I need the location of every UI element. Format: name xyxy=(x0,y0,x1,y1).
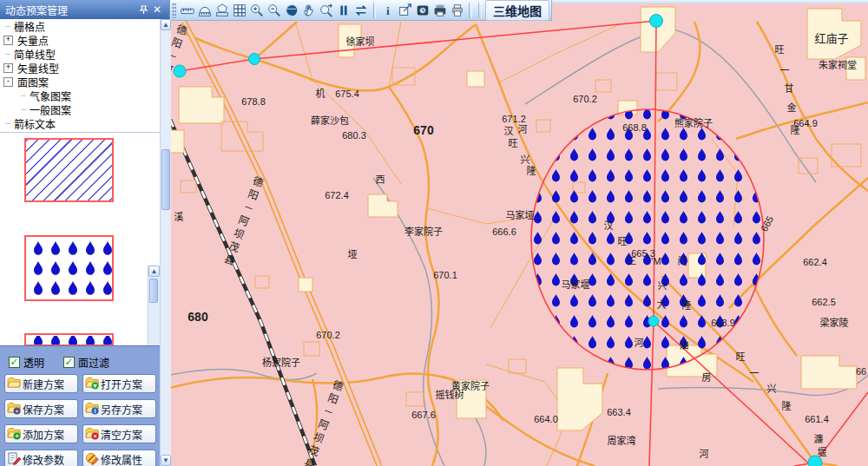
zoom-out-icon[interactable] xyxy=(266,2,282,19)
pan-hand-icon[interactable] xyxy=(300,2,317,19)
close-icon[interactable]: ✕ xyxy=(150,3,164,16)
measure-distance-icon[interactable] xyxy=(179,2,195,19)
plan-controls: ✓透明✓面过滤 新建方案▼打开方案▪保存方案i另存方案+添加方案×清空方案修改参… xyxy=(0,345,160,466)
plan-manager-panel: 动态预案管理 ✕ ┄栅格点+矢量点┄简单线型+矢量线型-面图案┄气象图案┄一般图… xyxy=(0,0,170,466)
button-label: 保存方案 xyxy=(23,402,64,417)
button-修改属性[interactable]: 修改属性 xyxy=(82,450,156,466)
sidebar-tree-item-气象图案[interactable]: ┄气象图案 xyxy=(0,89,160,102)
measure-dome-icon[interactable] xyxy=(196,2,213,19)
vertex-handle[interactable] xyxy=(650,15,663,28)
pin-icon[interactable] xyxy=(136,3,150,16)
checkbox-label: 面过滤 xyxy=(78,355,109,370)
checkbox-row: ✓透明✓面过滤 xyxy=(9,355,109,370)
print-icon[interactable] xyxy=(449,2,465,19)
button-label: 清空方案 xyxy=(101,427,142,442)
folder-clear-icon: × xyxy=(85,426,99,443)
button-label: 修改参数 xyxy=(23,452,64,466)
tree-item-label[interactable]: 面图案 xyxy=(16,75,50,89)
sidebar-tree-item-矢量线型[interactable]: +矢量线型 xyxy=(0,61,160,75)
sidebar-tree-item-简单线型[interactable]: ┄简单线型 xyxy=(0,47,160,61)
folder-save-icon: ▪ xyxy=(7,401,21,417)
button-新建方案[interactable]: 新建方案 xyxy=(4,374,78,393)
zoom-in-icon[interactable] xyxy=(248,2,265,19)
tree-guide: ┄ xyxy=(3,49,12,59)
scroll-up-button[interactable]: ▲ xyxy=(161,19,171,30)
tree-item-label[interactable]: 箭标文本 xyxy=(12,116,57,131)
plan-button-grid: 新建方案▼打开方案▪保存方案i另存方案+添加方案×清空方案修改参数修改属性 xyxy=(4,374,156,466)
scroll-up-button[interactable]: ▲ xyxy=(148,266,160,277)
sidebar-tree-item-矢量点[interactable]: +矢量点 xyxy=(0,33,160,47)
application-window: 徐家坝678.8机675.4薛家沙包680.3670671.2汉河旺兴隆670.… xyxy=(0,0,868,466)
button-添加方案[interactable]: +添加方案 xyxy=(4,424,78,443)
toolbar-separator xyxy=(478,3,482,18)
flood-zone-ellipse[interactable] xyxy=(531,109,764,370)
edit-props-icon xyxy=(85,451,99,466)
folder-new-icon xyxy=(7,376,21,392)
folder-open-icon: ▼ xyxy=(85,376,99,392)
vertex-handle[interactable] xyxy=(174,65,186,77)
checkbox-透明[interactable]: ✓透明 xyxy=(9,355,44,370)
toolbar-grip[interactable] xyxy=(172,3,176,18)
vertex-handle[interactable] xyxy=(808,456,822,466)
tree-guide: ┄ xyxy=(19,105,28,115)
button-label: 新建方案 xyxy=(23,377,64,391)
tree-toggle-icon[interactable]: - xyxy=(3,77,13,87)
button-打开方案[interactable]: ▼打开方案 xyxy=(82,374,156,393)
button-label: 修改属性 xyxy=(101,452,142,466)
button-清空方案[interactable]: ×清空方案 xyxy=(82,424,156,443)
swap-icon[interactable] xyxy=(353,2,370,19)
checkbox-icon[interactable]: ✓ xyxy=(63,357,75,368)
button-修改参数[interactable]: 修改参数 xyxy=(4,450,78,466)
drops-swatch-partial[interactable] xyxy=(24,333,114,346)
tree-toggle-icon[interactable]: + xyxy=(3,63,13,73)
tree-item-label[interactable]: 一般图案 xyxy=(28,102,73,117)
tree-item-label[interactable]: 矢量点 xyxy=(16,33,50,48)
export-icon[interactable] xyxy=(397,2,413,19)
globe-icon[interactable] xyxy=(283,2,299,19)
tree-item-label[interactable]: 气象图案 xyxy=(28,89,73,103)
tree-toggle-icon[interactable]: + xyxy=(3,36,13,45)
plot-icon[interactable] xyxy=(431,2,448,19)
snapshot-icon[interactable] xyxy=(414,2,431,19)
checkbox-label: 透明 xyxy=(23,355,44,370)
pause-icon[interactable] xyxy=(335,2,352,19)
measure-polygon-icon[interactable] xyxy=(214,2,230,19)
scroll-thumb[interactable] xyxy=(149,279,158,303)
button-label: 添加方案 xyxy=(23,427,64,442)
vertex-handle[interactable] xyxy=(249,54,260,65)
map-3d-button[interactable]: 三维地图 xyxy=(485,0,549,21)
grid-icon[interactable] xyxy=(231,2,247,19)
tree-item-label[interactable]: 栅格点 xyxy=(12,19,47,34)
panel-title-bar: 动态预案管理 ✕ xyxy=(0,0,169,19)
sidebar-tree-item-箭标文本[interactable]: ┄箭标文本 xyxy=(0,116,160,130)
button-label: 打开方案 xyxy=(101,377,142,391)
map-toolbar: i三维地图 xyxy=(170,0,552,21)
panel-scrollbar[interactable]: ▲ ▼ xyxy=(160,19,171,466)
zoom-prev-icon[interactable] xyxy=(318,2,334,19)
tree-item-label[interactable]: 简单线型 xyxy=(12,47,57,62)
button-label: 另存方案 xyxy=(101,402,142,417)
vertex-handle[interactable] xyxy=(648,316,659,326)
button-保存方案[interactable]: ▪保存方案 xyxy=(4,399,78,418)
drops-swatch[interactable] xyxy=(24,235,114,301)
svg-text:+: + xyxy=(15,433,18,439)
hatch-swatch[interactable] xyxy=(24,138,114,202)
panel-title: 动态预案管理 xyxy=(5,3,136,17)
checkbox-面过滤[interactable]: ✓面过滤 xyxy=(63,355,109,370)
tree-guide: ┄ xyxy=(19,91,28,101)
scroll-down-button[interactable]: ▼ xyxy=(161,455,171,466)
svg-text:i: i xyxy=(95,408,96,414)
scroll-thumb[interactable] xyxy=(161,149,170,210)
button-另存方案[interactable]: i另存方案 xyxy=(82,399,156,418)
tree-guide: ┄ xyxy=(3,22,12,31)
sidebar-tree-item-栅格点[interactable]: ┄栅格点 xyxy=(0,19,160,33)
sidebar-tree-item-一般图案[interactable]: ┄一般图案 xyxy=(0,102,160,116)
info-icon[interactable]: i xyxy=(379,2,396,19)
tree-item-label[interactable]: 矢量线型 xyxy=(16,61,61,75)
toolbar-separator xyxy=(373,3,377,18)
folder-saveas-icon: i xyxy=(85,401,99,417)
edit-params-icon xyxy=(7,451,21,466)
svg-text:×: × xyxy=(93,433,96,439)
checkbox-icon[interactable]: ✓ xyxy=(9,357,20,368)
sidebar-tree-item-面图案[interactable]: -面图案 xyxy=(0,75,160,89)
